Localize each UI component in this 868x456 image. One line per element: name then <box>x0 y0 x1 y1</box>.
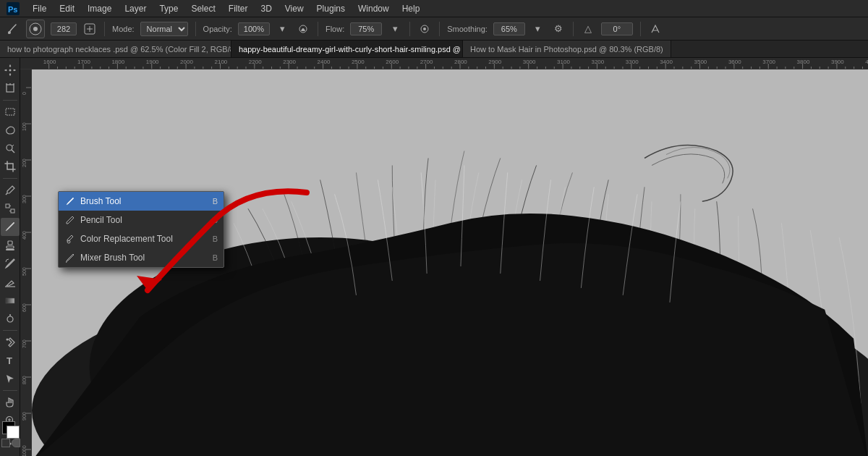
tool-lasso[interactable] <box>1 121 20 139</box>
tab-0[interactable]: how to photograph necklaces .psd @ 62.5%… <box>0 41 231 57</box>
separator3 <box>318 22 318 36</box>
brush-settings-icon[interactable] <box>82 22 97 36</box>
tool-sep1 <box>3 100 17 101</box>
smoothing-value[interactable]: 65% <box>493 22 525 35</box>
tab-0-label: how to photograph necklaces .psd @ 62.5%… <box>7 45 231 54</box>
menu-bar: Ps File Edit Image Layer Type Select Fil… <box>0 0 868 17</box>
ctx-pencil-tool[interactable]: Pencil Tool B <box>59 211 224 229</box>
tool-artboard[interactable] <box>1 79 20 97</box>
ruler-left-canvas <box>20 69 32 456</box>
smoothing-label: Smoothing: <box>447 25 488 33</box>
smoothing-settings-icon[interactable]: ⚙ <box>551 22 566 36</box>
tool-text[interactable]: T <box>1 351 20 369</box>
svg-rect-15 <box>6 109 14 115</box>
separator7 <box>640 22 641 36</box>
tool-pen[interactable] <box>1 333 20 351</box>
menu-layer[interactable]: Layer <box>119 2 151 15</box>
mode-label: Mode: <box>112 25 135 33</box>
separator5 <box>439 22 440 36</box>
opacity-value[interactable]: 100% <box>238 22 270 35</box>
tool-sep4 <box>3 390 17 391</box>
canvas-row: Brush Tool B Pencil Tool B <box>20 69 868 456</box>
tab-1[interactable]: happy-beautiful-dreamy-girl-with-curly-s… <box>231 41 463 57</box>
airbrush-icon[interactable] <box>417 22 432 36</box>
menu-help[interactable]: Help <box>397 2 425 15</box>
ruler-top <box>20 58 868 69</box>
ctx-pencil-tool-label: Pencil Tool <box>80 215 208 225</box>
svg-text:Ps: Ps <box>8 5 17 14</box>
svg-rect-27 <box>6 298 14 303</box>
left-toolbar: T ⇄ <box>0 58 20 456</box>
menu-filter[interactable]: Filter <box>224 2 253 15</box>
smoothing-dropdown-icon[interactable]: ▾ <box>531 22 545 36</box>
ctx-color-replace-shortcut: B <box>213 235 218 243</box>
brush-icon <box>6 22 20 36</box>
brush-preview[interactable] <box>26 20 45 38</box>
tool-patch[interactable] <box>1 199 20 217</box>
tool-quick-select[interactable] <box>1 139 20 157</box>
flow-value[interactable]: 75% <box>350 22 382 35</box>
menu-file[interactable]: File <box>27 2 51 15</box>
ctx-color-replace-tool[interactable]: Color Replacement Tool B <box>59 229 224 248</box>
flow-dropdown-icon[interactable]: ▾ <box>388 22 402 36</box>
svg-rect-23 <box>8 241 12 245</box>
tab-2[interactable]: How to Mask Hair in Photoshop.psd @ 80.3… <box>463 41 671 57</box>
menu-image[interactable]: Image <box>82 2 116 15</box>
context-menu: Brush Tool B Pencil Tool B <box>58 191 224 268</box>
opacity-dropdown-icon[interactable]: ▾ <box>276 22 290 36</box>
mixer-brush-tool-icon <box>64 252 76 263</box>
tool-dodge[interactable] <box>1 310 20 328</box>
menu-plugins[interactable]: Plugins <box>312 2 350 15</box>
pressure-icon[interactable] <box>648 22 663 36</box>
separator6 <box>573 22 574 36</box>
svg-point-8 <box>423 28 426 30</box>
main-layout: T ⇄ <box>0 58 868 456</box>
canvas-area[interactable]: Brush Tool B Pencil Tool B <box>32 69 868 456</box>
menu-window[interactable]: Window <box>353 2 394 15</box>
svg-point-30 <box>6 338 8 340</box>
quick-mask-off[interactable] <box>1 439 10 447</box>
ctx-brush-tool[interactable]: Brush Tool B <box>59 192 224 211</box>
angle-value[interactable]: 0° <box>601 22 633 35</box>
tool-eyedropper[interactable] <box>1 181 20 199</box>
canvas-container: Brush Tool B Pencil Tool B <box>20 58 868 456</box>
tool-brush[interactable] <box>1 218 20 236</box>
ruler-canvas <box>32 58 868 69</box>
mask-buttons <box>1 439 20 447</box>
tool-move[interactable] <box>1 61 20 79</box>
tool-gradient[interactable] <box>1 291 20 309</box>
pressure-opacity-icon[interactable] <box>296 22 310 36</box>
svg-point-28 <box>7 316 13 322</box>
ctx-mixer-brush-tool[interactable]: Mixer Brush Tool B <box>59 248 224 267</box>
tool-sep3 <box>3 330 17 331</box>
ctx-pencil-tool-shortcut: B <box>213 216 218 224</box>
tool-marquee-rect[interactable] <box>1 103 20 121</box>
svg-rect-24 <box>7 246 14 248</box>
pencil-tool-icon <box>64 214 76 226</box>
separator4 <box>409 22 410 36</box>
menu-view[interactable]: View <box>280 2 309 15</box>
ruler-left <box>20 69 32 456</box>
svg-rect-25 <box>6 249 14 250</box>
svg-rect-11 <box>7 85 14 92</box>
flow-label: Flow: <box>326 25 344 33</box>
tool-hand[interactable] <box>1 393 20 411</box>
mode-select[interactable]: Normal <box>140 22 188 36</box>
tool-eraser[interactable] <box>1 273 20 291</box>
menu-3d[interactable]: 3D <box>255 2 276 15</box>
tool-stamp[interactable] <box>1 236 20 254</box>
svg-point-10 <box>9 69 11 71</box>
tool-history-brush[interactable] <box>1 255 20 273</box>
menu-edit[interactable]: Edit <box>54 2 80 15</box>
tab-1-label: happy-beautiful-dreamy-girl-with-curly-s… <box>239 45 463 54</box>
tool-crop[interactable] <box>1 158 20 176</box>
ctx-brush-tool-shortcut: B <box>213 197 218 206</box>
svg-line-18 <box>6 193 7 195</box>
ctx-mixer-brush-label: Mixer Brush Tool <box>80 253 208 263</box>
tool-path-select[interactable] <box>1 370 20 388</box>
brush-size-input[interactable]: 282 <box>51 22 77 35</box>
angle-icon: △ <box>581 22 595 36</box>
quick-mask-on[interactable] <box>12 439 20 447</box>
menu-select[interactable]: Select <box>186 2 220 15</box>
menu-type[interactable]: Type <box>154 2 183 15</box>
